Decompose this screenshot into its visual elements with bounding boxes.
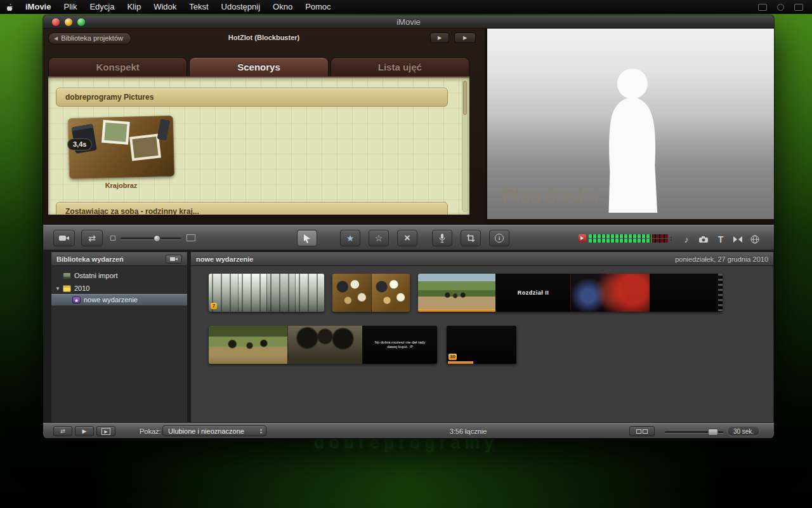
orange-progress-bar: [448, 361, 473, 364]
event-library-title: Biblioteka wydarzeń: [56, 255, 124, 263]
tab-scenorys[interactable]: Scenorys: [189, 57, 328, 76]
filter-value: Ulubione i nieoznaczone: [168, 427, 244, 435]
crop-icon: [466, 234, 475, 243]
menubar-status-area: [758, 4, 812, 11]
title-tool-icon: T: [718, 234, 724, 244]
unmark-button[interactable]: ☆: [369, 230, 389, 246]
meter-bar-left: [589, 234, 668, 238]
event-name: nowe wydarzenie: [196, 255, 253, 263]
library-item-2010[interactable]: ▼ 2010: [51, 283, 187, 294]
globe-icon: [750, 235, 759, 244]
frames-icon: [643, 429, 648, 434]
slider-thumb[interactable]: [154, 235, 160, 242]
menu-item-plik[interactable]: Plik: [57, 0, 83, 14]
thumbnail-photo-shape: [102, 120, 130, 145]
scrollbar-thumb[interactable]: [463, 81, 467, 115]
favorite-button[interactable]: ★: [340, 230, 360, 246]
play-icon: ▶: [438, 35, 442, 41]
zoom-duration-value: 30 sek.: [727, 426, 760, 436]
meter-bars: [589, 234, 668, 243]
clock-status-icon[interactable]: [777, 4, 784, 11]
star-outline-icon: ☆: [375, 234, 383, 243]
transitions-browser-button[interactable]: [731, 234, 745, 245]
thumbnail-photo-shape: [129, 134, 161, 161]
camera-import-button[interactable]: [53, 230, 75, 246]
maps-browser-button[interactable]: [748, 234, 762, 245]
thumbnail-battery-shape: [157, 119, 171, 140]
zoom-slider-thumb[interactable]: [708, 429, 718, 436]
video-clip-outdoor-lan[interactable]: Rozdział II: [418, 274, 723, 312]
calendar-icon: [63, 285, 71, 292]
crop-button[interactable]: [461, 230, 481, 246]
window-title: iMovie: [43, 17, 774, 27]
subtitle-text: No dobra mozesz nie dał rady dawej kupić…: [371, 340, 429, 349]
clip-info-button[interactable]: i: [489, 230, 509, 246]
zoom-slider[interactable]: [665, 431, 723, 433]
storyboard-next-section-header[interactable]: Zostawiając za sobą - rodzinny kraj...: [56, 202, 448, 215]
video-clip-desk[interactable]: [332, 274, 410, 312]
window-titlebar[interactable]: iMovie: [43, 15, 774, 29]
music-browser-button[interactable]: ♪: [679, 234, 693, 245]
event-library-header: Biblioteka wydarzeń: [51, 252, 187, 266]
apple-menu[interactable]: [0, 3, 19, 12]
photos-browser-button[interactable]: [697, 234, 710, 245]
filmstrip-display-button[interactable]: [629, 426, 655, 436]
event-star-icon: ★: [72, 297, 81, 304]
menu-item-widok[interactable]: Widok: [147, 0, 183, 14]
library-item-label: Ostatni import: [74, 272, 117, 279]
star-filled-icon: ★: [346, 234, 355, 243]
swap-icon: ⇄: [88, 234, 96, 243]
swap-icon: ⇄: [60, 428, 65, 434]
storyboard-scrollbar[interactable]: [462, 79, 468, 212]
event-browser-panel: nowe wydarzenie poniedziałek, 27 grudnia…: [190, 251, 774, 423]
library-item-nowe-wydarzenie[interactable]: ★ nowe wydarzenie: [51, 294, 187, 305]
tab-label: Konspekt: [96, 62, 139, 72]
library-item-ostatni-import[interactable]: Ostatni import: [51, 270, 187, 281]
menu-item-udostepnij[interactable]: Udostępnij: [215, 0, 266, 14]
video-clip-winter[interactable]: 7: [209, 274, 324, 312]
project-pane: ◀ Biblioteka projektów HotZlot (Blockbus…: [43, 29, 485, 225]
menu-item-okno[interactable]: Okno: [266, 0, 299, 14]
thumbnail-size-slider[interactable]: [121, 237, 181, 239]
imovie-window: iMovie ◀ Biblioteka projektów HotZlot (B…: [43, 15, 774, 438]
titles-browser-button[interactable]: T: [714, 234, 728, 245]
play-icon: ▶: [82, 428, 87, 434]
play-fullscreen-button[interactable]: ▶: [454, 32, 476, 43]
event-date: poniedziałek, 27 grudnia 2010: [675, 255, 768, 263]
cursor-arrow-icon: [303, 234, 311, 243]
play-fullscreen-button[interactable]: ▶: [96, 426, 115, 436]
menu-item-imovie[interactable]: iMovie: [19, 0, 57, 14]
swap-events-projects-button[interactable]: ⇄: [81, 230, 103, 246]
video-clip-picnic[interactable]: No dobra mozesz nie dał rady dawej kupić…: [209, 326, 437, 364]
import-icon: [63, 272, 71, 279]
library-item-label: nowe wydarzenie: [84, 296, 138, 304]
play-button[interactable]: ▶: [75, 426, 94, 436]
storyboard-section-header[interactable]: dobreprogramy Pictures: [56, 88, 448, 107]
menu-item-pomoc[interactable]: Pomoc: [299, 0, 337, 14]
camera-drawer-button[interactable]: [166, 255, 182, 264]
thumbnail-size-small-icon: [110, 236, 115, 241]
play-project-button[interactable]: ▶: [430, 32, 449, 43]
thumbnail-size-large-icon: [187, 234, 195, 241]
title-card-text: Rozdział II: [518, 290, 549, 296]
meter-dots: :: [670, 235, 674, 242]
status-icon[interactable]: [794, 4, 803, 11]
clip-count-badge: 7: [211, 303, 217, 309]
swap-small-button[interactable]: ⇄: [53, 426, 72, 436]
storyboard-clip-caption: Krajobraz: [69, 182, 174, 189]
voiceover-button[interactable]: [432, 230, 452, 246]
reject-button[interactable]: ×: [397, 230, 417, 246]
tab-lista-ujec[interactable]: Lista ujęć: [331, 57, 469, 76]
filter-popup-button[interactable]: Ulubione i nieoznaczone ▴ ▾: [162, 425, 266, 436]
select-tool-button[interactable]: [297, 230, 317, 246]
menu-item-tekst[interactable]: Tekst: [183, 0, 214, 14]
library-item-label: 2010: [74, 284, 89, 292]
tab-konspekt[interactable]: Konspekt: [48, 57, 187, 76]
menu-item-edycja[interactable]: Edycja: [83, 0, 121, 14]
video-camera-icon: [58, 234, 70, 242]
disclosure-triangle-icon[interactable]: ▼: [55, 286, 61, 291]
video-clip-black[interactable]: 30: [447, 326, 516, 364]
menu-item-klip[interactable]: Klip: [121, 0, 147, 14]
display-status-icon[interactable]: [758, 4, 767, 11]
back-button-label: Biblioteka projektów: [61, 33, 123, 44]
